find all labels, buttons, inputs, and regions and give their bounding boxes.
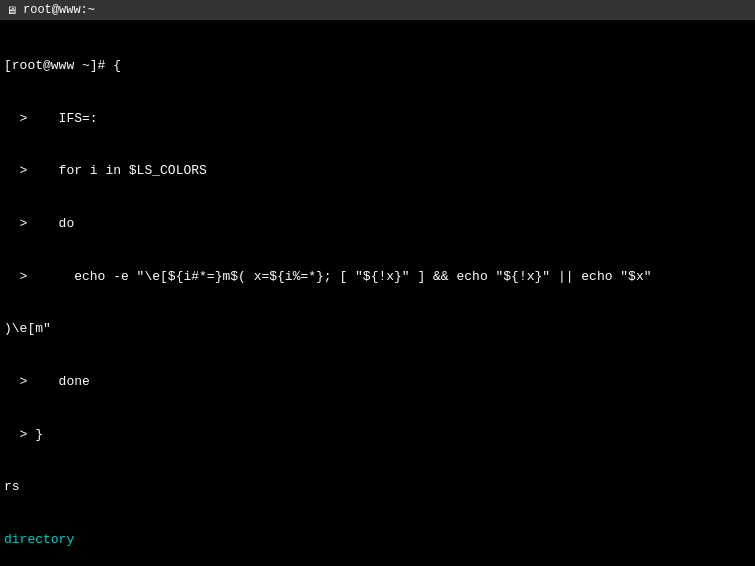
line-do: > do bbox=[4, 215, 751, 233]
line-echo: > echo -e "\e[${i#*=}m$( x=${i%=*}; [ "$… bbox=[4, 268, 751, 286]
line-close-brace: > } bbox=[4, 426, 751, 444]
line-prompt: [root@www ~]# { bbox=[4, 57, 751, 75]
line-ifs: > IFS=: bbox=[4, 110, 751, 128]
line-for: > for i in $LS_COLORS bbox=[4, 162, 751, 180]
terminal-icon: 🖥 bbox=[6, 4, 17, 17]
title-text: root@www:~ bbox=[23, 3, 95, 17]
line-done: > done bbox=[4, 373, 751, 391]
line-directory: directory bbox=[4, 531, 751, 549]
line-rs: rs bbox=[4, 478, 751, 496]
title-bar: 🖥 root@www:~ bbox=[0, 0, 755, 20]
terminal-body: [root@www ~]# { > IFS=: > for i in $LS_C… bbox=[0, 20, 755, 566]
line-em: )\e[m" bbox=[4, 320, 751, 338]
